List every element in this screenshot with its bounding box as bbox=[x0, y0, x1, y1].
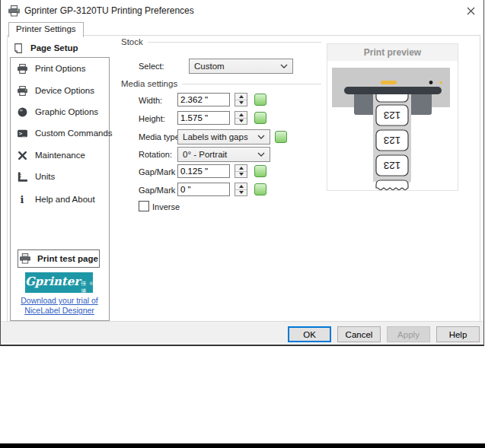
printing-preferences-dialog: Gprinter GP-3120TU Printing Preferences … bbox=[0, 0, 484, 346]
sidebar-item-print-options[interactable]: Print Options bbox=[17, 60, 105, 77]
chevron-down-icon bbox=[257, 135, 265, 139]
width-stepper[interactable] bbox=[235, 93, 247, 106]
help-button[interactable]: Help bbox=[436, 326, 480, 342]
print-preview-header: Print preview bbox=[327, 44, 458, 61]
sidebar-item-label: Help and About bbox=[35, 195, 95, 204]
spin-down-icon[interactable] bbox=[235, 119, 247, 125]
screen: Gprinter GP-3120TU Printing Preferences … bbox=[0, 0, 485, 448]
preview-label-text: 123 bbox=[384, 135, 401, 146]
spin-up-icon[interactable] bbox=[235, 183, 247, 190]
sidebar-item-custom-commands[interactable]: >_ Custom Commands bbox=[17, 125, 105, 141]
divider bbox=[182, 84, 321, 84]
spin-down-icon[interactable] bbox=[235, 190, 247, 196]
printer-icon bbox=[19, 253, 31, 264]
printer-icon bbox=[8, 5, 21, 17]
spin-up-icon[interactable] bbox=[235, 94, 247, 100]
rotation-dropdown[interactable]: 0° - Portrait bbox=[177, 147, 270, 162]
printer-icon bbox=[17, 85, 28, 97]
media-type-value: Labels with gaps bbox=[183, 132, 257, 141]
height-input[interactable] bbox=[177, 111, 230, 125]
stock-group-header: Stock bbox=[121, 37, 321, 46]
print-preview-panel: Print preview bbox=[327, 43, 458, 191]
page-icon bbox=[12, 43, 24, 54]
stock-select-value: Custom bbox=[194, 62, 280, 71]
divider bbox=[148, 42, 321, 43]
sidebar-panel: Print Options Device Options bbox=[10, 57, 110, 321]
height-default-indicator[interactable] bbox=[254, 112, 266, 124]
inverse-checkbox[interactable] bbox=[139, 201, 149, 211]
sidebar-item-label: Page Setup bbox=[30, 43, 78, 52]
stock-select-dropdown[interactable]: Custom bbox=[189, 59, 293, 74]
width-default-indicator[interactable] bbox=[254, 94, 266, 106]
gap-offset-stepper[interactable] bbox=[235, 183, 247, 196]
window-title: Gprinter GP-3120TU Printing Preferences bbox=[24, 5, 194, 16]
sidebar-item-maintenance[interactable]: Maintenance bbox=[17, 147, 105, 164]
link-line1: Download your trial of bbox=[21, 296, 98, 305]
sidebar-item-label: Units bbox=[35, 172, 55, 181]
print-test-page-label: Print test page bbox=[37, 254, 98, 263]
sidebar-item-device-options[interactable]: Device Options bbox=[17, 82, 105, 99]
globe-icon bbox=[17, 106, 28, 118]
title-bar: Gprinter GP-3120TU Printing Preferences bbox=[1, 0, 483, 21]
width-label: Width: bbox=[139, 96, 162, 105]
spin-up-icon[interactable] bbox=[235, 112, 247, 119]
sidebar-item-label: Maintenance bbox=[35, 151, 85, 160]
media-type-dropdown[interactable]: Labels with gaps bbox=[177, 129, 270, 145]
gap-size-input[interactable] bbox=[177, 164, 230, 178]
gap-size-default-indicator[interactable] bbox=[254, 165, 266, 177]
spin-down-icon[interactable] bbox=[235, 100, 247, 106]
logo-reg-mark: ® bbox=[90, 281, 93, 286]
bottom-black-bar bbox=[0, 443, 485, 448]
sidebar-item-label: Print Options bbox=[35, 64, 85, 73]
close-button[interactable] bbox=[459, 0, 482, 21]
preview-label-text: 123 bbox=[384, 110, 401, 121]
terminal-icon: >_ bbox=[17, 128, 28, 139]
spin-down-icon[interactable] bbox=[235, 172, 247, 178]
close-icon bbox=[467, 7, 475, 15]
svg-text:i: i bbox=[21, 194, 24, 205]
sidebar-item-graphic-options[interactable]: Graphic Options bbox=[17, 103, 105, 120]
link-line2: NiceLabel Designer bbox=[24, 306, 94, 315]
sidebar-item-label: Custom Commands bbox=[35, 129, 113, 138]
printer-illustration: 123 123 123 bbox=[327, 61, 458, 190]
tab-page: Page Setup Print Options bbox=[7, 35, 480, 322]
media-settings-group-header: Media settings bbox=[121, 79, 321, 88]
nicelabel-download-link[interactable]: Download your trial of NiceLabel Designe… bbox=[15, 296, 104, 316]
info-icon: i bbox=[17, 194, 28, 205]
sidebar-item-page-setup[interactable]: Page Setup bbox=[12, 40, 110, 56]
height-label: Height: bbox=[139, 114, 165, 123]
chevron-down-icon bbox=[280, 64, 288, 68]
tools-icon bbox=[17, 150, 28, 161]
select-label: Select: bbox=[139, 62, 164, 71]
ok-button[interactable]: OK bbox=[288, 326, 331, 342]
media-type-label: Media type: bbox=[139, 132, 182, 141]
rotation-value: 0° - Portrait bbox=[183, 150, 257, 159]
chevron-down-icon bbox=[257, 152, 265, 157]
sidebar-item-units[interactable]: Units bbox=[17, 168, 105, 185]
svg-text:>_: >_ bbox=[19, 130, 27, 137]
logo-cn-text: 佳博 bbox=[81, 280, 89, 295]
rotation-label: Rotation: bbox=[139, 150, 172, 159]
inverse-label: Inverse bbox=[152, 202, 180, 211]
media-settings-header-label: Media settings bbox=[121, 79, 177, 88]
height-stepper[interactable] bbox=[235, 111, 247, 125]
apply-button: Apply bbox=[387, 326, 430, 342]
sidebar-item-help-and-about[interactable]: i Help and About bbox=[17, 191, 105, 208]
gprinter-logo: Gprinter 佳博 ® bbox=[25, 272, 93, 293]
media-type-default-indicator[interactable] bbox=[275, 131, 287, 143]
spin-up-icon[interactable] bbox=[235, 165, 247, 172]
printer-icon bbox=[17, 63, 28, 75]
preview-label-text: 123 bbox=[384, 160, 401, 171]
cancel-button[interactable]: Cancel bbox=[337, 326, 381, 342]
gap-size-stepper[interactable] bbox=[235, 164, 247, 178]
ruler-icon bbox=[17, 171, 28, 183]
print-test-page-button[interactable]: Print test page bbox=[18, 249, 100, 268]
width-input[interactable] bbox=[177, 93, 230, 106]
gap-offset-input[interactable] bbox=[177, 183, 230, 196]
stock-header-label: Stock bbox=[121, 37, 143, 46]
sidebar-item-label: Device Options bbox=[35, 86, 94, 95]
tab-printer-settings[interactable]: Printer Settings bbox=[8, 22, 84, 37]
gap-offset-default-indicator[interactable] bbox=[254, 183, 266, 195]
logo-brand-text: Gprinter bbox=[25, 275, 80, 288]
sidebar-item-label: Graphic Options bbox=[35, 107, 98, 116]
